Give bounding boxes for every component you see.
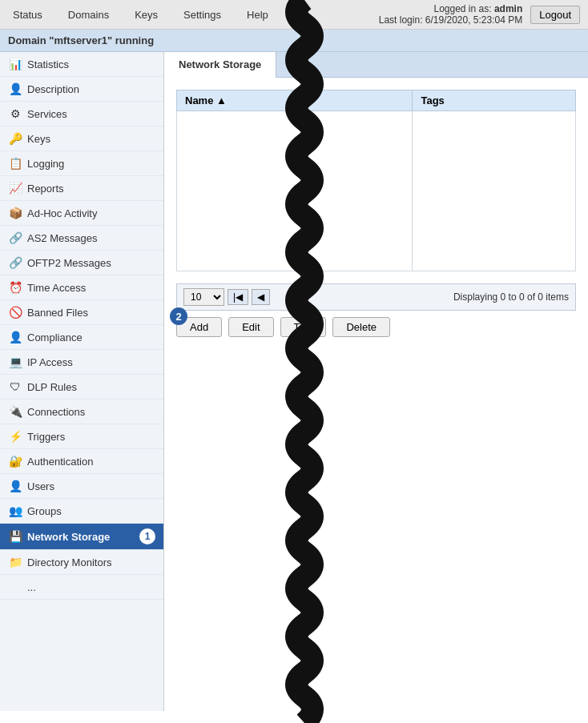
- oftp2-icon: 🔗: [8, 255, 22, 270]
- sidebar-item-description[interactable]: 👤Description: [0, 77, 163, 102]
- sidebar-item-reports[interactable]: 📈Reports: [0, 176, 163, 201]
- nav-keys[interactable]: Keys: [130, 6, 163, 24]
- sidebar-item-dlprules[interactable]: 🛡DLP Rules: [0, 375, 163, 400]
- adhoc-icon: 📦: [8, 206, 22, 220]
- content-area: Network Storage Name ▲ Tags 10: [164, 52, 588, 711]
- sidebar-item-bannedfiles[interactable]: 🚫Banned Files: [0, 300, 163, 325]
- domain-header: Domain "mftserver1" running: [0, 30, 588, 52]
- nav-settings[interactable]: Settings: [179, 6, 226, 24]
- sidebar-label-bannedfiles: Banned Files: [27, 307, 88, 319]
- sidebar-label-services: Services: [27, 108, 67, 120]
- network-storage-table: Name ▲ Tags: [176, 90, 576, 271]
- sidebar-label-keys: Keys: [27, 133, 50, 145]
- sidebar-item-as2[interactable]: 🔗AS2 Messages: [0, 226, 163, 251]
- statistics-icon: 📊: [8, 57, 22, 71]
- sidebar-item-keys[interactable]: 🔑Keys: [0, 127, 163, 151]
- connections-icon: 🔌: [8, 404, 22, 419]
- nav-status[interactable]: Status: [8, 6, 47, 24]
- table-container: Name ▲ Tags: [176, 90, 576, 271]
- add-button-wrapper: 2 Add: [176, 317, 222, 337]
- ipaccess-icon: 💻: [8, 355, 22, 369]
- reports-icon: 📈: [8, 181, 22, 195]
- col-name[interactable]: Name ▲: [177, 90, 413, 111]
- sidebar-item-ipaccess[interactable]: 💻IP Access: [0, 350, 163, 375]
- sidebar-label-triggers: Triggers: [27, 431, 65, 443]
- sidebar-label-dlprules: DLP Rules: [27, 381, 77, 393]
- dlprules-icon: 🛡: [8, 380, 22, 394]
- sidebar-item-authentication[interactable]: 🔐Authentication: [0, 449, 163, 474]
- description-icon: 👤: [8, 82, 22, 96]
- sidebar-label-networkstorage: Network Storage: [27, 531, 110, 543]
- networkstorage-icon: 💾: [8, 529, 22, 544]
- keys-icon: 🔑: [8, 131, 22, 146]
- sidebar-label-reports: Reports: [27, 183, 64, 195]
- logout-button[interactable]: Logout: [530, 6, 580, 24]
- sidebar-item-compliance[interactable]: 👤Compliance: [0, 325, 163, 350]
- sidebar-label-authentication: Authentication: [27, 456, 93, 468]
- login-info: Logged in as: admin Last login: 6/19/202…: [379, 3, 522, 26]
- login-label: Logged in as:: [433, 3, 491, 14]
- timeaccess-icon: ⏰: [8, 280, 22, 295]
- sidebar-label-timeaccess: Time Access: [27, 282, 86, 294]
- services-icon: ⚙: [8, 106, 22, 121]
- more-icon: [8, 580, 22, 594]
- top-nav: Status Domains Keys Settings Help Logged…: [0, 0, 588, 30]
- sidebar-item-directorymonitors[interactable]: 📁Directory Monitors: [0, 550, 163, 575]
- first-page-button[interactable]: |◀: [228, 289, 248, 305]
- last-login: Last login: 6/19/2020, 5:23:04 PM: [379, 14, 522, 26]
- bannedfiles-icon: 🚫: [8, 305, 22, 319]
- col-tags: Tags: [413, 90, 576, 111]
- pagination-bar: 10 25 50 100 |◀ ◀ Displaying 0 to 0 of 0…: [176, 283, 576, 311]
- sidebar-label-directorymonitors: Directory Monitors: [27, 556, 111, 568]
- sidebar-item-services[interactable]: ⚙Services: [0, 102, 163, 127]
- pagination-display: Displaying 0 to 0 of 0 items: [453, 291, 569, 303]
- tab-network-storage[interactable]: Network Storage: [164, 52, 276, 78]
- sidebar-label-connections: Connections: [27, 406, 85, 418]
- sidebar-label-logging: Logging: [27, 158, 64, 170]
- sidebar-label-users: Users: [27, 480, 54, 492]
- sidebar-label-more: ...: [27, 581, 36, 593]
- edit-button[interactable]: Edit: [228, 317, 273, 337]
- action-buttons: 2 Add Edit Test Delete: [176, 317, 576, 337]
- sidebar-label-compliance: Compliance: [27, 331, 83, 343]
- prev-page-button[interactable]: ◀: [252, 289, 270, 305]
- sidebar-item-adhoc[interactable]: 📦Ad-Hoc Activity: [0, 201, 163, 226]
- tab-header: Network Storage: [164, 52, 588, 78]
- as2-icon: 🔗: [8, 231, 22, 245]
- sidebar-item-logging[interactable]: 📋Logging: [0, 151, 163, 176]
- sidebar-item-timeaccess[interactable]: ⏰Time Access: [0, 275, 163, 300]
- top-nav-right: Logged in as: admin Last login: 6/19/202…: [379, 3, 580, 26]
- authentication-icon: 🔐: [8, 454, 22, 468]
- directorymonitors-icon: 📁: [8, 555, 22, 569]
- sidebar-item-connections[interactable]: 🔌Connections: [0, 400, 163, 424]
- sidebar-item-statistics[interactable]: 📊Statistics: [0, 52, 163, 77]
- delete-button[interactable]: Delete: [332, 317, 390, 337]
- nav-links: Status Domains Keys Settings Help: [8, 6, 273, 24]
- nav-help[interactable]: Help: [242, 6, 273, 24]
- sidebar-label-as2: AS2 Messages: [27, 232, 97, 244]
- sidebar-item-triggers[interactable]: ⚡Triggers: [0, 424, 163, 449]
- sidebar-label-oftp2: OFTP2 Messages: [27, 257, 111, 269]
- sidebar-item-groups[interactable]: 👥Groups: [0, 499, 163, 524]
- pagination-left: 10 25 50 100 |◀ ◀: [183, 288, 270, 306]
- sidebar-item-users[interactable]: 👤Users: [0, 474, 163, 499]
- groups-icon: 👥: [8, 504, 22, 518]
- sidebar-label-description: Description: [27, 83, 79, 95]
- sidebar-item-networkstorage[interactable]: 💾Network Storage1: [0, 524, 163, 550]
- sidebar-label-statistics: Statistics: [27, 58, 69, 70]
- admin-name: admin: [494, 3, 522, 14]
- triggers-icon: ⚡: [8, 429, 22, 444]
- users-icon: 👤: [8, 479, 22, 493]
- test-button[interactable]: Test: [280, 317, 327, 337]
- sidebar-item-more[interactable]: ...: [0, 575, 163, 600]
- sidebar-label-groups: Groups: [27, 505, 62, 517]
- main-layout: 📊Statistics👤Description⚙Services🔑Keys📋Lo…: [0, 52, 588, 711]
- sidebar-item-oftp2[interactable]: 🔗OFTP2 Messages: [0, 251, 163, 275]
- logging-icon: 📋: [8, 156, 22, 171]
- nav-domains[interactable]: Domains: [63, 6, 114, 24]
- sidebar: 📊Statistics👤Description⚙Services🔑Keys📋Lo…: [0, 52, 164, 711]
- sidebar-label-ipaccess: IP Access: [27, 356, 73, 368]
- per-page-select[interactable]: 10 25 50 100: [183, 288, 224, 306]
- sidebar-badge-networkstorage: 1: [139, 528, 155, 544]
- compliance-icon: 👤: [8, 330, 22, 344]
